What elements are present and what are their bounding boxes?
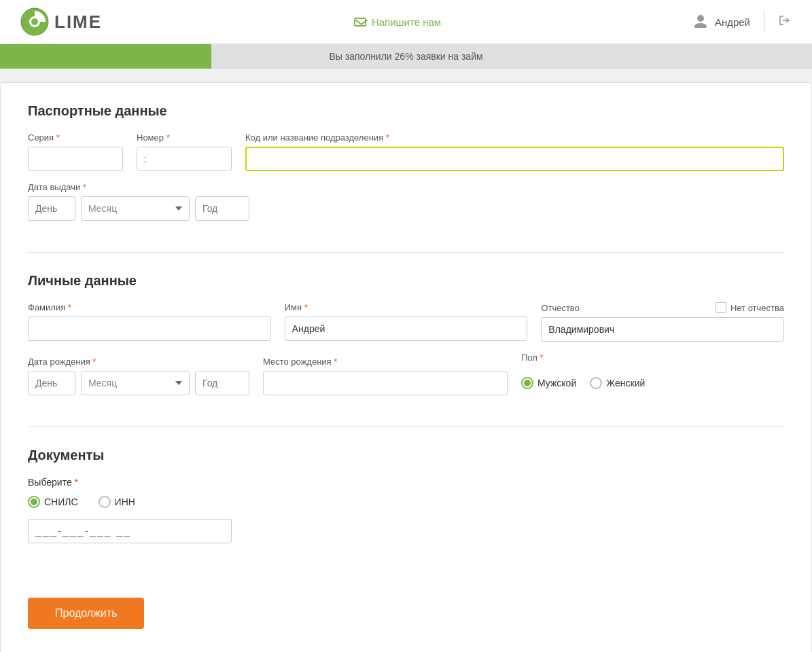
kod-group: Код или название подразделения * bbox=[245, 132, 784, 171]
pol-label: Пол * bbox=[521, 352, 784, 363]
zhenskiy-option[interactable]: Женский bbox=[590, 377, 645, 389]
dob-label: Дата рождения * bbox=[28, 357, 249, 367]
zhenskiy-label: Женский bbox=[606, 378, 645, 388]
no-otchestvo-label: Нет отчества bbox=[730, 303, 784, 313]
mesto-required: * bbox=[334, 357, 337, 367]
snils-option[interactable]: СНИЛС bbox=[28, 496, 78, 508]
user-icon bbox=[693, 13, 708, 31]
seria-input[interactable] bbox=[28, 147, 123, 171]
doc-required: * bbox=[75, 477, 78, 488]
muzhskoy-label: Мужской bbox=[537, 378, 576, 388]
kod-label: Код или название подразделения * bbox=[245, 132, 784, 143]
main-content: Паспортные данные Серия * Номер * Код ил… bbox=[0, 82, 812, 652]
data-vydachi-date: Месяц Январь Февраль Март Апрель Май Июн… bbox=[28, 196, 249, 221]
personal-section-title: Личные данные bbox=[28, 273, 784, 289]
contact-link[interactable]: Напишите нам bbox=[102, 16, 693, 28]
personal-row2: Дата рождения * Месяц Январь Февраль Мар… bbox=[28, 352, 784, 395]
snils-radio[interactable] bbox=[28, 496, 40, 508]
muzhskoy-option[interactable]: Мужской bbox=[521, 377, 576, 389]
data-required: * bbox=[83, 182, 86, 192]
dob-month-select[interactable]: Месяц Январь Февраль Март Апрель Май Июн… bbox=[81, 371, 190, 395]
snils-label: СНИЛС bbox=[44, 496, 78, 507]
pol-options: Мужской Женский bbox=[521, 371, 784, 395]
dob-day-input[interactable] bbox=[28, 371, 75, 395]
familiya-required: * bbox=[68, 302, 71, 312]
svg-point-2 bbox=[31, 18, 38, 25]
data-vydachi-group: Дата выдачи * Месяц Январь Февраль Март … bbox=[28, 182, 249, 221]
mesto-label: Место рождения * bbox=[263, 357, 508, 367]
otchestvo-label: Отчество bbox=[541, 303, 580, 313]
passport-section-title: Паспортные данные bbox=[28, 103, 784, 119]
user-name: Андрей bbox=[715, 16, 750, 28]
svg-point-4 bbox=[694, 23, 707, 28]
passport-row1: Серия * Номер * Код или название подразд… bbox=[28, 132, 784, 171]
muzhskoy-radio[interactable] bbox=[521, 377, 533, 389]
zhenskiy-radio[interactable] bbox=[590, 377, 602, 389]
doc-select-label-row: Выберите * bbox=[28, 477, 784, 488]
otchestvo-group: Отчество Нет отчества bbox=[541, 302, 784, 342]
contact-label: Напишите нам bbox=[372, 16, 441, 28]
seria-label: Серия * bbox=[28, 132, 123, 143]
progress-text: Вы заполнили 26% заявки на займ bbox=[0, 51, 812, 62]
dob-date: Месяц Январь Февраль Март Апрель Май Июн… bbox=[28, 371, 249, 395]
passport-row2: Дата выдачи * Месяц Январь Февраль Март … bbox=[28, 182, 784, 221]
kod-input[interactable] bbox=[245, 147, 784, 171]
nomer-label: Номер * bbox=[137, 132, 232, 143]
otchestvo-header: Отчество Нет отчества bbox=[541, 302, 784, 313]
vydachi-year-input[interactable] bbox=[195, 196, 249, 221]
dob-year-input[interactable] bbox=[195, 371, 249, 395]
familiya-label: Фамилия * bbox=[28, 302, 271, 312]
inn-label: ИНН bbox=[115, 496, 135, 507]
header-right: Андрей bbox=[693, 12, 792, 32]
svg-point-3 bbox=[697, 15, 704, 22]
personal-section: Личные данные Фамилия * Имя * Андрей Отч bbox=[28, 273, 784, 427]
dob-group: Дата рождения * Месяц Январь Февраль Мар… bbox=[28, 357, 249, 395]
logo[interactable]: LIME bbox=[20, 7, 102, 36]
header-divider bbox=[764, 12, 764, 32]
imya-group: Имя * Андрей bbox=[285, 302, 528, 342]
logo-text: LIME bbox=[54, 12, 102, 33]
passport-section: Паспортные данные Серия * Номер * Код ил… bbox=[28, 103, 784, 253]
vydachi-day-input[interactable] bbox=[28, 196, 75, 221]
familiya-input[interactable] bbox=[28, 316, 271, 341]
exit-icon[interactable] bbox=[778, 14, 792, 31]
seria-group: Серия * bbox=[28, 132, 123, 171]
pol-group: Пол * Мужской Женский bbox=[521, 352, 784, 395]
envelope-icon bbox=[354, 18, 366, 26]
imya-required: * bbox=[304, 302, 308, 312]
imya-input[interactable]: Андрей bbox=[285, 316, 528, 341]
familiya-group: Фамилия * bbox=[28, 302, 271, 342]
snils-input[interactable] bbox=[28, 519, 232, 543]
logo-icon bbox=[20, 7, 49, 36]
pol-required: * bbox=[540, 352, 544, 363]
vydachi-month-select[interactable]: Месяц Январь Февраль Март Апрель Май Июн… bbox=[81, 196, 190, 221]
continue-button[interactable]: Продолжить bbox=[28, 598, 144, 629]
progress-bar-container: Вы заполнили 26% заявки на займ bbox=[0, 44, 812, 69]
personal-row1: Фамилия * Имя * Андрей Отчество Нет отче… bbox=[28, 302, 784, 342]
inn-option[interactable]: ИНН bbox=[99, 496, 135, 508]
documents-section: Документы Выберите * СНИЛС ИНН bbox=[28, 448, 784, 564]
imya-label: Имя * bbox=[285, 302, 528, 312]
otchestvo-input[interactable] bbox=[541, 317, 784, 342]
documents-section-title: Документы bbox=[28, 448, 784, 463]
data-vydachi-label: Дата выдачи * bbox=[28, 182, 249, 192]
mesto-input[interactable] bbox=[263, 371, 508, 395]
no-otchestvo-container: Нет отчества bbox=[716, 302, 784, 313]
doc-select-label: Выберите * bbox=[28, 477, 78, 488]
mesto-group: Место рождения * bbox=[263, 357, 508, 395]
header: LIME Напишите нам Андрей bbox=[0, 0, 812, 44]
no-otchestvo-checkbox[interactable] bbox=[716, 302, 726, 313]
kod-required: * bbox=[386, 132, 389, 143]
seria-required: * bbox=[56, 132, 60, 143]
nomer-input[interactable] bbox=[137, 147, 232, 171]
nomer-group: Номер * bbox=[137, 132, 232, 171]
doc-options: СНИЛС ИНН bbox=[28, 496, 784, 508]
dob-required: * bbox=[92, 357, 96, 367]
inn-radio[interactable] bbox=[99, 496, 111, 508]
nomer-required: * bbox=[166, 132, 170, 143]
